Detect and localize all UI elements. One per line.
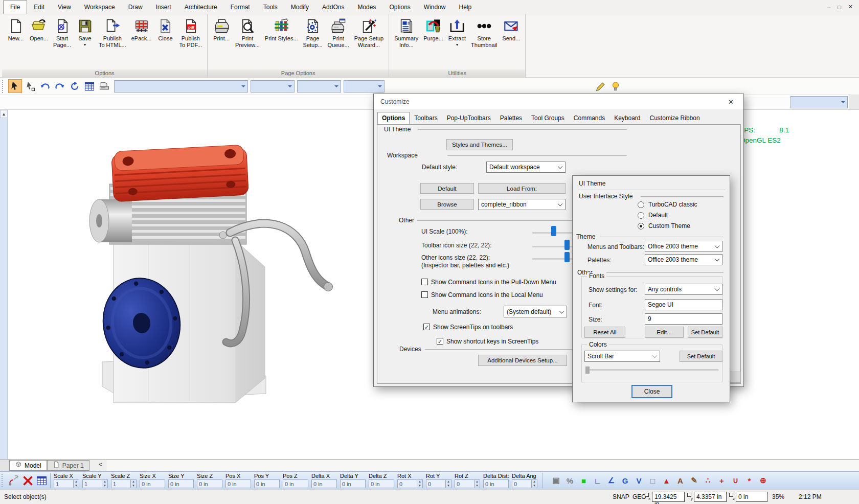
scale-percent-icon[interactable]: % [564, 475, 575, 486]
print-page-icon[interactable] [97, 79, 111, 93]
publish-pdf-button[interactable]: pdfPublish To PDF... [177, 16, 204, 50]
edit-pencil-icon[interactable]: ✎ [689, 475, 699, 486]
store-thumbnail-button[interactable]: Store Thumbnail [469, 16, 499, 50]
snap-toggle[interactable]: SNAP [613, 493, 629, 500]
linestyle-combobox[interactable] [297, 80, 341, 93]
default-style-radio[interactable]: Default [638, 212, 668, 219]
color-slider-handle[interactable] [585, 366, 590, 374]
maximize-button[interactable]: □ [838, 4, 841, 10]
redo-icon[interactable] [53, 79, 66, 93]
page-setup-button[interactable]: Page Setup... [301, 16, 325, 50]
radio-circle[interactable] [638, 223, 644, 230]
open-folder-button[interactable]: Open... [28, 16, 50, 43]
field-input[interactable]: 0 in [254, 479, 280, 488]
field-input[interactable]: 0 in [168, 479, 194, 488]
y-coordinate-field[interactable]: 4.3357 in [694, 492, 727, 502]
snap-star-icon[interactable]: * [744, 475, 755, 486]
checkbox-box[interactable] [421, 279, 428, 285]
checkbox-box[interactable] [423, 324, 430, 330]
field-input[interactable]: 0▲▼ [426, 479, 451, 488]
field-input[interactable]: 1▲▼ [82, 479, 108, 488]
table-grid-icon[interactable] [35, 474, 49, 488]
font-input[interactable]: Segoe UI [645, 299, 722, 310]
scroll-up-button[interactable]: ▲ [0, 110, 8, 118]
menu-tab-window[interactable]: Window [417, 0, 453, 14]
print-button[interactable]: Print... [211, 16, 232, 43]
spinner-control[interactable]: ▲▼ [474, 480, 480, 488]
menu-tab-tools[interactable]: Tools [257, 0, 284, 14]
colors-set-default-button[interactable]: Set Default [680, 351, 722, 362]
menu-tab-file[interactable]: File [3, 0, 27, 14]
edit-button[interactable]: Edit... [645, 327, 684, 338]
ortho-mode-icon[interactable]: ∟ [592, 475, 603, 486]
checkbox-box[interactable] [437, 338, 443, 345]
epack-button[interactable]: ePack... [129, 16, 154, 43]
close-document-button[interactable]: Close [154, 16, 176, 43]
field-input[interactable]: 0 in [483, 479, 509, 488]
load-from-button[interactable]: Load From: [478, 183, 566, 194]
spinner-control[interactable]: ▲▼ [73, 480, 79, 488]
spinner-control[interactable]: ▲▼ [417, 480, 422, 488]
customize-tab-keyboard[interactable]: Keyboard [609, 112, 645, 124]
window-close-button[interactable]: ✕ [848, 4, 853, 10]
menu-tab-options[interactable]: Options [382, 0, 417, 14]
horizontal-scrollbar[interactable] [106, 460, 859, 471]
field-input[interactable]: 0 in [369, 479, 394, 488]
z-coordinate-field[interactable]: 0 in [736, 492, 767, 502]
styles-and-themes-button[interactable]: Styles and Themes... [446, 139, 513, 150]
field-input[interactable]: 0 in [311, 479, 337, 488]
field-input[interactable]: 1▲▼ [54, 479, 79, 488]
customize-title-bar[interactable]: Customize ✕ [374, 94, 743, 109]
menu-tab-view[interactable]: View [51, 0, 78, 14]
sheet-tab-paper-1[interactable]: Paper 1 [47, 460, 89, 471]
spinner-control[interactable]: ▲▼ [130, 480, 136, 488]
color-slider-track[interactable] [585, 369, 718, 371]
vertex-snap-icon[interactable]: V [634, 475, 644, 486]
field-input[interactable]: 0 in [283, 479, 308, 488]
dropdown-arrow-icon[interactable]: ▾ [456, 42, 458, 47]
menu-tab-modify[interactable]: Modify [284, 0, 315, 14]
palettes-theme-combobox[interactable]: Office 2003 theme [645, 254, 722, 265]
node-select-icon[interactable] [23, 79, 37, 93]
menu-tab-format[interactable]: Format [224, 0, 257, 14]
field-input[interactable]: 0 in [197, 479, 222, 488]
pulldown-icons-checkbox[interactable]: Show Command Icons in the Pull-Down Menu [421, 279, 556, 286]
font-set-default-button[interactable]: Set Default [688, 327, 722, 338]
default-button[interactable]: Default [420, 183, 474, 194]
customize-tab-options[interactable]: Options [377, 112, 410, 124]
select-arrow-icon[interactable] [8, 79, 22, 93]
new-document-button[interactable]: New... [5, 16, 27, 43]
reset-all-button[interactable]: Reset All [584, 327, 625, 338]
screentips-checkbox[interactable]: Show ScreenTips on toolbars [423, 324, 513, 331]
field-input[interactable]: 0 in [225, 479, 251, 488]
menu-tab-edit[interactable]: Edit [27, 0, 51, 14]
inspector-grip[interactable] [2, 474, 5, 487]
print-preview-button[interactable]: Print Preview... [233, 16, 262, 50]
summary-info-button[interactable]: Summary Info... [392, 16, 420, 50]
view-combobox[interactable] [790, 96, 848, 108]
customize-tab-pop-uptoolbars[interactable]: Pop-UpToolbars [442, 112, 495, 124]
thickness-combobox[interactable] [251, 80, 295, 93]
toolbar-icon-size-slider-handle[interactable] [564, 240, 570, 250]
grid-green-icon[interactable]: ■ [578, 475, 589, 486]
menu-tab-architecture[interactable]: Architecture [178, 0, 224, 14]
toolbar-grip[interactable] [2, 80, 5, 93]
other-icons-size-slider-track[interactable] [532, 258, 577, 260]
local-menu-icons-checkbox[interactable]: Show Command Icons in the Local Menu [421, 291, 543, 299]
menu-animations-combobox[interactable]: (System default) [504, 306, 567, 317]
default-style-combobox[interactable]: Default workspace [486, 162, 566, 173]
workspace-file-combobox[interactable]: complete_ribbon [478, 199, 566, 210]
save-button[interactable]: Save▾ [74, 16, 96, 48]
snap-center-icon[interactable]: ⊕ [758, 475, 768, 486]
select-edit-icon[interactable] [7, 474, 21, 488]
pencil-icon[interactable] [594, 79, 607, 93]
page-setup-wizard-button[interactable]: Page Setup Wizard... [352, 16, 386, 50]
additional-devices-button[interactable]: Additional Devices Setup... [478, 355, 567, 366]
print-styles-button[interactable]: Print Styles... [263, 16, 300, 43]
spinner-control[interactable]: ▲▼ [531, 480, 537, 488]
customize-tab-palettes[interactable]: Palettes [495, 112, 527, 124]
snap-grid-icon[interactable]: ∴ [703, 475, 713, 486]
show-settings-combobox[interactable]: Any controls [645, 284, 722, 295]
style-combobox[interactable] [114, 80, 248, 93]
redo-all-icon[interactable] [67, 79, 81, 93]
